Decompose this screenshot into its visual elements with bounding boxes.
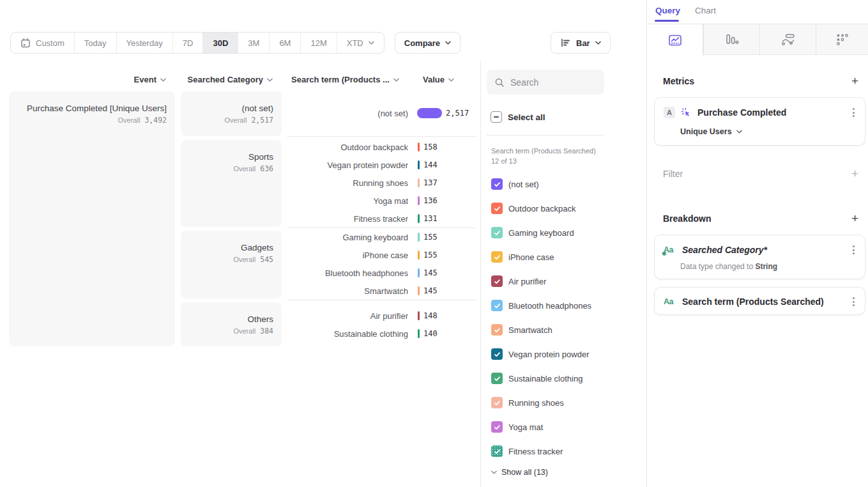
term-row[interactable]: iPhone case 155 [287, 246, 476, 264]
add-metric-button[interactable]: + [851, 77, 858, 86]
chart-type-button[interactable]: Bar [551, 32, 611, 54]
checkbox-checked[interactable] [491, 445, 503, 457]
legend-item[interactable]: Bluetooth headphones [491, 293, 591, 318]
chevron-down-icon [369, 41, 374, 45]
legend-item[interactable]: Smartwatch [491, 318, 552, 342]
term-row[interactable]: Yoga mat 136 [287, 192, 476, 210]
tab-retention[interactable] [816, 24, 868, 55]
compare-button[interactable]: Compare [395, 32, 461, 54]
category-cell[interactable]: Sports Overall636 [181, 140, 282, 227]
tab-flows[interactable] [759, 24, 816, 55]
column-header-searched-category[interactable]: Searched Category [181, 75, 273, 84]
legend-item[interactable]: Running shoes [491, 390, 564, 415]
breakdown-property-name: Searched Category* [682, 245, 846, 255]
checkbox-checked[interactable] [491, 348, 503, 360]
term-row[interactable]: Running shoes 137 [287, 174, 476, 192]
term-row[interactable]: Sustainable clothing 140 [287, 325, 476, 343]
term-row[interactable]: Outdoor backpack 158 [287, 138, 476, 156]
legend-item[interactable]: Yoga mat [491, 415, 543, 439]
date-range-custom[interactable]: Custom [11, 33, 75, 53]
date-range-7d[interactable]: 7D [173, 33, 204, 53]
check-icon [494, 399, 501, 406]
check-icon [494, 205, 501, 212]
column-header-search-term[interactable]: Search term (Products ... [291, 75, 409, 84]
date-range-yesterday[interactable]: Yesterday [117, 33, 173, 53]
event-cell[interactable]: Purchase Completed [Unique Users] Overal… [9, 91, 175, 346]
legend-search[interactable] [487, 70, 604, 95]
chevron-down-icon [736, 130, 742, 134]
date-range-30d-selected[interactable]: 30D [203, 33, 238, 53]
kebab-menu-icon[interactable] [851, 244, 856, 257]
group-divider [287, 136, 476, 137]
date-range-xtd[interactable]: XTD [337, 33, 384, 53]
breakdown-card[interactable]: Aa✱ Searched Category* Data type changed… [654, 235, 865, 279]
calendar-icon [20, 38, 31, 48]
breakdown-title: Breakdown [663, 213, 711, 224]
term-row[interactable]: Vegan protein powder 144 [287, 156, 476, 174]
checkbox-checked[interactable] [491, 227, 503, 238]
checkbox-checked[interactable] [491, 178, 503, 190]
date-range-12m[interactable]: 12M [301, 33, 337, 53]
legend-item[interactable]: Air purifier [491, 269, 546, 293]
check-icon [494, 181, 501, 188]
checkbox-checked[interactable] [491, 300, 503, 311]
term-row[interactable]: Bluetooth headphones 145 [287, 264, 476, 282]
legend-item[interactable]: Fitness tracker [491, 439, 563, 463]
checkbox-checked[interactable] [491, 203, 503, 214]
date-range-segmented-control: Custom Today Yesterday 7D 30D 3M 6M 12M … [10, 32, 385, 54]
insights-line-chart-icon [668, 34, 682, 47]
legend-item[interactable]: Vegan protein powder [491, 342, 589, 366]
category-cell[interactable]: Others Overall384 [181, 302, 282, 346]
search-input[interactable] [510, 77, 593, 88]
checkbox-checked[interactable] [491, 251, 503, 263]
panel-divider [480, 61, 481, 487]
term-row[interactable]: Smartwatch 145 [287, 282, 476, 300]
breakdown-card[interactable]: Aa Search term (Products Searched) [654, 287, 865, 315]
check-icon [494, 448, 501, 455]
date-range-6m[interactable]: 6M [270, 33, 301, 53]
date-range-label: Custom [36, 38, 65, 48]
date-range-today[interactable]: Today [75, 33, 117, 53]
legend-item[interactable]: iPhone case [491, 245, 554, 269]
kebab-menu-icon[interactable] [851, 295, 856, 309]
checkbox-checked[interactable] [491, 397, 503, 408]
tab-insights[interactable] [647, 24, 703, 56]
column-header-value[interactable]: Value [423, 75, 462, 84]
checkbox-checked[interactable] [491, 324, 503, 336]
checkbox-checked[interactable] [491, 275, 503, 287]
column-header-event[interactable]: Event [9, 75, 166, 84]
check-icon [494, 278, 501, 285]
metric-card[interactable]: A Purchase Completed Unique Users [654, 97, 865, 146]
term-row[interactable]: Fitness tracker 131 [287, 210, 476, 228]
add-filter-button[interactable]: + [851, 169, 858, 178]
value-bar [418, 143, 420, 151]
legend-item[interactable]: (not set) [491, 172, 539, 196]
legend-item[interactable]: Sustainable clothing [491, 366, 582, 390]
date-range-3m[interactable]: 3M [238, 33, 270, 53]
select-all-row[interactable]: Select all [491, 111, 545, 123]
checkbox-checked[interactable] [491, 421, 503, 433]
category-cell[interactable]: Gadgets Overall545 [181, 231, 282, 298]
term-row[interactable]: Air purifier 148 [287, 307, 476, 325]
check-icon [494, 375, 501, 382]
add-breakdown-button[interactable]: + [851, 214, 858, 223]
term-row[interactable]: (not set) 2,517 [287, 104, 476, 122]
select-all-checkbox-indeterminate[interactable] [491, 111, 502, 123]
category-cell[interactable]: (not set) Overall2,517 [181, 91, 282, 136]
check-icon [494, 327, 501, 334]
tab-query[interactable]: Query [655, 6, 680, 15]
show-all-toggle[interactable]: Show all (13) [491, 468, 548, 477]
flows-icon [781, 33, 795, 46]
chevron-down-icon [445, 41, 451, 45]
measure-selector[interactable]: Unique Users [680, 127, 865, 146]
value-bar [418, 196, 420, 205]
legend-item[interactable]: Gaming keyboard [491, 220, 574, 245]
term-row[interactable]: Gaming keyboard 155 [287, 228, 476, 246]
metrics-title: Metrics [663, 76, 694, 86]
legend-item[interactable]: Outdoor backpack [491, 196, 576, 220]
kebab-menu-icon[interactable] [851, 106, 856, 120]
tab-chart[interactable]: Chart [695, 6, 716, 15]
tab-funnels[interactable] [703, 24, 759, 55]
legend-context-label: Search term (Products Searched) 12 of 13 [491, 146, 600, 166]
checkbox-checked[interactable] [491, 373, 503, 384]
